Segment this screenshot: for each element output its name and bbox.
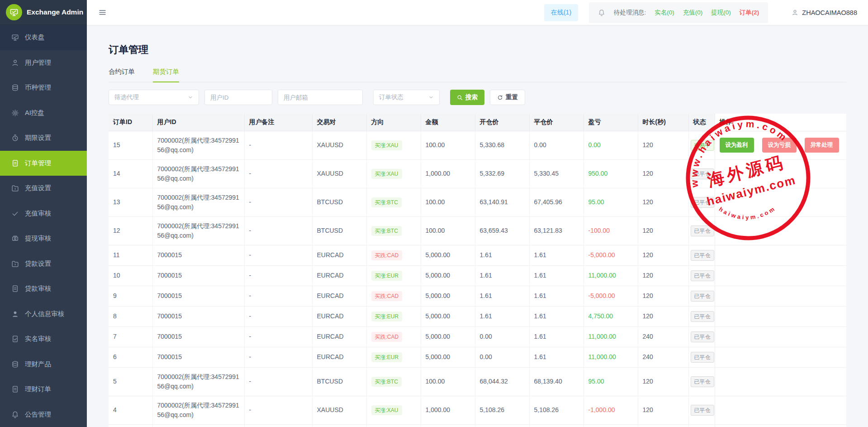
topbar: 在线(1) 待处理消息: 实名(0)充值(0)提现(0)订单(2) ZHAOCA… [87, 0, 868, 25]
table-row: 137000002(所属代理:3457299156@qq.com)-BTCUSD… [109, 188, 846, 216]
cell-pl: -5,000.00 [583, 286, 638, 306]
sidebar-item[interactable]: 期限设置 [0, 125, 87, 151]
profit-loss-value: 4,750.00 [588, 312, 613, 320]
status-badge: 已平仓 [691, 376, 714, 387]
cell-amount: 100.00 [421, 367, 475, 396]
sidebar-item[interactable]: 充值设置 [0, 176, 87, 201]
direction-badge: 买跌:CAD [371, 250, 403, 260]
search-button[interactable]: 搜索 [450, 90, 484, 105]
cell-id: 13 [109, 188, 152, 216]
sidebar-item[interactable]: 个人信息审核 [0, 302, 87, 327]
cell-pair: EURCAD [312, 306, 366, 326]
direction-badge: 买涨:EUR [371, 312, 403, 321]
exception-button[interactable]: 异常处理 [805, 138, 839, 153]
file-icon [11, 385, 19, 393]
cell-open: 1.61 [475, 245, 529, 265]
set-loss-button[interactable]: 设为亏损 [762, 138, 797, 153]
cell-note: - [244, 216, 312, 245]
cell-status: 已平仓 [688, 188, 715, 216]
cell-note: - [244, 159, 312, 188]
column-header-pair: 交易对 [312, 114, 366, 131]
pending-item[interactable]: 充值(0) [683, 9, 703, 17]
sidebar-item[interactable]: 订单管理 [0, 151, 87, 176]
cell-user: 7000002(所属代理:3457299156@qq.com) [152, 424, 244, 427]
cell-amount: 5,000.00 [421, 306, 475, 326]
sidebar-item[interactable]: 提现审核 [0, 226, 87, 251]
sidebar-item[interactable]: 贷款审核 [0, 276, 87, 302]
gear-icon [11, 109, 19, 117]
cell-open [475, 424, 529, 427]
cell-note: - [244, 424, 312, 427]
orders-table: 订单ID用户ID用户备注交易对方向金额开仓价平仓价盈亏时长(秒)状态操作 157… [109, 114, 846, 427]
sidebar-item[interactable]: 贷款设置 [0, 251, 87, 277]
user-email-input[interactable] [278, 90, 363, 105]
table-row: 57000002(所属代理:3457299156@qq.com)-BTCUSD买… [109, 367, 846, 396]
status-badge: 交易中 [691, 140, 714, 151]
agent-filter-select[interactable]: 筛选代理 [109, 90, 199, 105]
cell-status: 已平仓 [688, 306, 715, 326]
cell-id: 9 [109, 286, 152, 306]
app-title: Exchange Admin [27, 8, 83, 16]
menu-toggle-icon[interactable] [99, 9, 106, 16]
reset-button[interactable]: 重置 [490, 90, 525, 105]
tab-futures-orders[interactable]: 期货订单 [153, 67, 179, 82]
cell-dur: 240 [638, 326, 688, 347]
cell-amount: 1,000.00 [421, 159, 475, 188]
cell-dur: 120 [638, 265, 688, 286]
sidebar-item[interactable]: 用户管理 [0, 50, 87, 76]
sidebar-item[interactable]: 充值审核 [0, 201, 87, 226]
sidebar-item[interactable]: 实名审核 [0, 326, 87, 352]
table-row: 157000002(所属代理:3457299156@qq.com)-XAUUSD… [109, 131, 846, 159]
cell-amount: 1,000.00 [421, 396, 475, 424]
cell-actions [715, 216, 846, 245]
direction-badge: 买跌:CAD [371, 332, 403, 342]
table-row: 147000002(所属代理:3457299156@qq.com)-XAUUSD… [109, 159, 846, 188]
pending-items: 实名(0)充值(0)提现(0)订单(2) [655, 9, 759, 17]
sidebar-item[interactable]: 币种管理 [0, 75, 87, 101]
status-badge: 已平仓 [691, 250, 714, 261]
page-content: 订单管理 合约订单 期货订单 筛选代理 订单状态 搜索 [87, 43, 868, 427]
cell-user: 7000015 [152, 245, 244, 265]
cell-pair: BTCUSD [312, 188, 366, 216]
pending-item[interactable]: 订单(2) [740, 9, 759, 17]
status-badge: 已平仓 [691, 197, 714, 208]
table-row: 67000015-EURCAD买涨:EUR5,000.000.001.6111,… [109, 347, 846, 367]
cell-open: 63,140.91 [475, 188, 529, 216]
cell-actions [715, 265, 846, 286]
pending-item[interactable]: 提现(0) [711, 9, 731, 17]
pending-item[interactable]: 实名(0) [655, 9, 674, 17]
sidebar-item[interactable]: AI控盘 [0, 101, 87, 126]
sidebar-item[interactable]: 理财订单 [0, 377, 87, 402]
direction-badge: 买涨:EUR [371, 352, 403, 362]
cell-open: 5,108.26 [475, 396, 529, 424]
cell-actions [715, 424, 846, 427]
sidebar-item[interactable]: 公告管理 [0, 402, 87, 427]
sidebar-item[interactable]: 理财产品 [0, 352, 87, 377]
tab-contract-orders[interactable]: 合约订单 [109, 67, 135, 82]
online-badge[interactable]: 在线(1) [544, 4, 578, 21]
cell-pl: 11,000.00 [583, 347, 638, 367]
check-icon [11, 210, 19, 217]
page-title: 订单管理 [109, 43, 846, 57]
cell-note: - [244, 367, 312, 396]
cell-user: 7000002(所属代理:3457299156@qq.com) [152, 396, 244, 424]
cell-actions [715, 188, 846, 216]
user-id-input[interactable] [204, 90, 272, 105]
cell-close: 1.61 [529, 306, 583, 326]
profit-loss-value: -5,000.00 [588, 292, 615, 299]
sidebar-item[interactable]: 仪表盘 [0, 25, 87, 50]
sidebar-item-label: 实名审核 [25, 335, 51, 343]
table-row: 47000002(所属代理:3457299156@qq.com)-XAUUSD买… [109, 396, 846, 424]
users-icon [11, 59, 19, 67]
table-row: 127000002(所属代理:3457299156@qq.com)-BTCUSD… [109, 216, 846, 245]
cell-status: 已平仓 [688, 216, 715, 245]
cell-user: 7000002(所属代理:3457299156@qq.com) [152, 188, 244, 216]
order-status-select[interactable]: 订单状态 [373, 90, 440, 105]
set-profit-button[interactable]: 设为盈利 [720, 138, 754, 153]
sidebar: Exchange Admin 仪表盘用户管理币种管理AI控盘期限设置订单管理充值… [0, 0, 87, 427]
cell-pl: -1,000.00 [583, 396, 638, 424]
profit-loss-value: 95.00 [588, 378, 604, 385]
user-menu[interactable]: ZHAOCAIMAO888 [792, 9, 857, 16]
column-header-pl: 盈亏 [583, 114, 638, 131]
sidebar-item-label: 公告管理 [25, 410, 51, 419]
